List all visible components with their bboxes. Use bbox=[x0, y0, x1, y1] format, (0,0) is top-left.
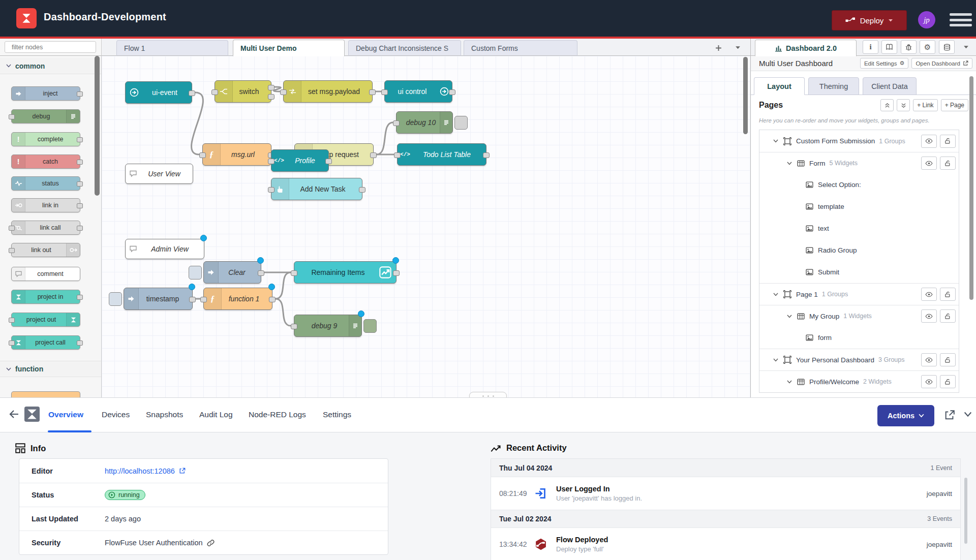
visibility-button[interactable] bbox=[921, 135, 937, 148]
palette-node-project-call[interactable]: project call bbox=[11, 335, 80, 350]
unlock-button[interactable] bbox=[940, 288, 956, 301]
palette-node-link-in[interactable]: link in bbox=[11, 198, 80, 212]
edit-settings-button[interactable]: Edit Settings ⚙ bbox=[860, 58, 908, 69]
node-debug-10[interactable]: debug 10 bbox=[396, 111, 453, 134]
flow-canvas[interactable]: ui-event switch set msg.payload bbox=[102, 56, 750, 397]
palette-node-partial[interactable] bbox=[11, 391, 80, 397]
palette-section-function[interactable]: function bbox=[0, 361, 101, 377]
chevron-down-icon[interactable] bbox=[773, 358, 779, 362]
input-port[interactable] bbox=[200, 297, 207, 302]
output-port[interactable] bbox=[359, 187, 365, 193]
chevron-down-icon[interactable] bbox=[773, 139, 779, 143]
tab-audit-log[interactable]: Audit Log bbox=[199, 398, 233, 431]
input-port[interactable] bbox=[211, 89, 218, 95]
tab-snapshots[interactable]: Snapshots bbox=[146, 398, 183, 431]
output-port[interactable] bbox=[325, 159, 332, 164]
activity-event-row[interactable]: 13:34:42 Flow Deployed Deploy type 'full… bbox=[491, 528, 960, 560]
main-menu-button[interactable] bbox=[950, 13, 972, 26]
node-remaining-items[interactable]: Remaining Items bbox=[294, 261, 396, 284]
palette-node-debug[interactable]: debug bbox=[11, 109, 80, 123]
activity-scrollbar[interactable] bbox=[964, 478, 967, 544]
output-port[interactable] bbox=[369, 89, 376, 95]
node-change[interactable]: set msg.payload bbox=[283, 80, 373, 103]
canvas-scrollbar[interactable] bbox=[743, 57, 748, 134]
collapse-all-button[interactable] bbox=[880, 99, 894, 111]
palette-node-comment[interactable]: comment bbox=[11, 267, 80, 281]
input-port[interactable] bbox=[268, 159, 274, 164]
palette-node-link-call[interactable]: link call bbox=[11, 221, 80, 235]
output-port[interactable] bbox=[258, 270, 264, 276]
expand-all-button[interactable] bbox=[897, 99, 910, 111]
tree-row-group[interactable]: Profile/Welcome 2 Widgets bbox=[759, 370, 959, 392]
input-port[interactable] bbox=[280, 89, 287, 95]
input-port[interactable] bbox=[394, 152, 401, 158]
tab-flow-1[interactable]: Flow 1 bbox=[116, 40, 228, 56]
palette-node-complete[interactable]: ! complete bbox=[11, 132, 80, 146]
palette-node-project-in[interactable]: project in bbox=[11, 290, 80, 304]
tree-row-widget[interactable]: Radio Group bbox=[759, 239, 959, 261]
avatar[interactable]: jp bbox=[918, 11, 935, 28]
node-msg-url[interactable]: ƒ msg.url bbox=[202, 143, 271, 166]
tree-row-widget[interactable]: template bbox=[759, 196, 959, 217]
node-profile[interactable]: </> Profile bbox=[271, 149, 329, 172]
add-page-button[interactable]: + Page bbox=[941, 99, 968, 111]
palette-filter-input[interactable] bbox=[11, 43, 95, 51]
unlock-button[interactable] bbox=[940, 135, 956, 148]
chevron-down-icon[interactable] bbox=[787, 380, 793, 384]
output-port[interactable] bbox=[269, 297, 276, 302]
chevron-down-icon[interactable] bbox=[787, 162, 793, 165]
inject-button[interactable] bbox=[189, 266, 202, 279]
palette-node-catch[interactable]: ! catch bbox=[11, 154, 80, 169]
actions-button[interactable]: Actions bbox=[877, 405, 934, 426]
unlock-button[interactable] bbox=[940, 353, 956, 366]
tree-row-page[interactable]: Page 1 1 Groups bbox=[759, 283, 959, 305]
node-debug-9[interactable]: debug 9 bbox=[294, 315, 362, 337]
output-port-2[interactable] bbox=[268, 94, 274, 100]
link-chain-icon[interactable] bbox=[207, 539, 215, 547]
tab-devices[interactable]: Devices bbox=[102, 398, 130, 431]
visibility-button[interactable] bbox=[921, 157, 937, 170]
tab-custom-forms[interactable]: Custom Forms bbox=[464, 40, 577, 56]
input-port[interactable] bbox=[381, 89, 388, 95]
tab-client-data[interactable]: Client Data bbox=[863, 77, 917, 95]
tab-multi-user-demo[interactable]: Multi User Demo bbox=[233, 40, 345, 56]
unlock-button[interactable] bbox=[940, 309, 956, 323]
input-port[interactable] bbox=[268, 187, 274, 193]
tab-layout[interactable]: Layout bbox=[754, 77, 805, 95]
node-comment-user-view[interactable]: User View bbox=[125, 164, 193, 184]
node-add-new-task[interactable]: Add New Task bbox=[271, 178, 362, 200]
panel-resize-handle[interactable] bbox=[469, 392, 507, 397]
palette-filter[interactable] bbox=[5, 41, 96, 53]
palette-scrollbar[interactable] bbox=[95, 56, 100, 196]
tab-theming[interactable]: Theming bbox=[808, 77, 859, 95]
palette-node-project-out[interactable]: project out bbox=[11, 313, 80, 327]
tab-dashboard-2[interactable]: Dashboard 2.0 bbox=[755, 40, 857, 56]
input-port[interactable] bbox=[291, 270, 297, 276]
tree-row-widget[interactable]: Submit bbox=[759, 261, 959, 283]
node-comment-admin-view[interactable]: Admin View bbox=[125, 239, 204, 259]
deploy-caret-icon[interactable] bbox=[888, 19, 893, 22]
collapse-panel-button[interactable] bbox=[964, 412, 972, 417]
flowfuse-logo-icon[interactable] bbox=[16, 8, 37, 28]
output-port[interactable] bbox=[449, 89, 455, 95]
activity-event-row[interactable]: 08:21:49 User Logged In User 'joepavitt'… bbox=[491, 477, 960, 510]
add-link-button[interactable]: + Link bbox=[913, 99, 937, 111]
tab-overview[interactable]: Overview bbox=[48, 398, 83, 431]
visibility-button[interactable] bbox=[921, 375, 937, 388]
palette-node-link-out[interactable]: link out bbox=[11, 243, 80, 257]
inject-button[interactable] bbox=[109, 292, 122, 306]
open-dashboard-button[interactable]: Open Dashboard bbox=[911, 58, 972, 69]
tree-row-page[interactable]: Custom Form Submission 1 Groups bbox=[759, 130, 959, 152]
chevron-down-icon[interactable] bbox=[787, 315, 793, 318]
sidebar-scrollbar[interactable] bbox=[969, 76, 973, 300]
tree-row-widget[interactable]: form bbox=[759, 327, 959, 349]
open-editor-button[interactable] bbox=[944, 410, 955, 421]
info-tab-button[interactable]: i bbox=[863, 40, 878, 54]
debug-toggle-button[interactable] bbox=[454, 116, 468, 130]
node-timestamp[interactable]: timestamp bbox=[124, 288, 193, 310]
help-tab-button[interactable] bbox=[881, 40, 897, 54]
tree-row-group[interactable]: My Group 1 Widgets bbox=[759, 305, 959, 327]
node-ui-control[interactable]: ui control bbox=[384, 80, 452, 103]
unlock-button[interactable] bbox=[940, 375, 956, 388]
chevron-down-icon[interactable] bbox=[773, 293, 779, 296]
